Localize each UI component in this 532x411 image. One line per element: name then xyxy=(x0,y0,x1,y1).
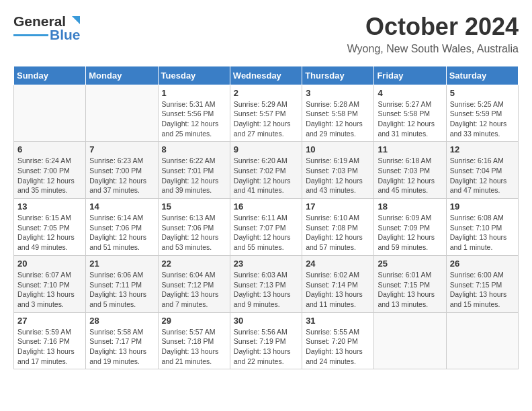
day-detail: Sunrise: 6:18 AM Sunset: 7:03 PM Dayligh… xyxy=(378,156,442,195)
logo-icon xyxy=(66,13,81,28)
day-detail: Sunrise: 5:55 AM Sunset: 7:20 PM Dayligh… xyxy=(306,327,370,367)
day-detail: Sunrise: 6:23 AM Sunset: 7:00 PM Dayligh… xyxy=(89,156,154,195)
day-detail: Sunrise: 6:11 AM Sunset: 7:07 PM Dayligh… xyxy=(234,213,298,253)
day-number: 22 xyxy=(162,259,226,269)
weekday-header-tuesday: Tuesday xyxy=(158,66,230,85)
day-detail: Sunrise: 6:13 AM Sunset: 7:06 PM Dayligh… xyxy=(162,213,226,253)
day-number: 26 xyxy=(450,259,515,269)
day-detail: Sunrise: 6:10 AM Sunset: 7:08 PM Dayligh… xyxy=(306,213,370,253)
day-number: 1 xyxy=(162,88,226,98)
calendar-cell xyxy=(14,85,86,142)
day-detail: Sunrise: 5:29 AM Sunset: 5:57 PM Dayligh… xyxy=(234,99,298,139)
calendar-cell: 27Sunrise: 5:59 AM Sunset: 7:16 PM Dayli… xyxy=(14,312,86,369)
day-detail: Sunrise: 5:58 AM Sunset: 7:17 PM Dayligh… xyxy=(89,327,154,367)
day-number: 21 xyxy=(89,259,154,269)
day-number: 9 xyxy=(234,144,298,154)
day-number: 10 xyxy=(306,144,370,154)
calendar-cell: 29Sunrise: 5:57 AM Sunset: 7:18 PM Dayli… xyxy=(158,312,230,369)
calendar-cell xyxy=(374,312,446,369)
weekday-header-friday: Friday xyxy=(374,66,446,85)
calendar-table: SundayMondayTuesdayWednesdayThursdayFrid… xyxy=(13,66,519,370)
day-number: 27 xyxy=(17,316,82,326)
day-detail: Sunrise: 5:31 AM Sunset: 5:56 PM Dayligh… xyxy=(162,99,226,139)
day-detail: Sunrise: 6:09 AM Sunset: 7:09 PM Dayligh… xyxy=(378,213,442,253)
calendar-cell: 30Sunrise: 5:56 AM Sunset: 7:19 PM Dayli… xyxy=(230,312,302,369)
day-number: 31 xyxy=(306,316,370,326)
calendar-cell: 2Sunrise: 5:29 AM Sunset: 5:57 PM Daylig… xyxy=(230,85,302,142)
calendar-cell: 6Sunrise: 6:24 AM Sunset: 7:00 PM Daylig… xyxy=(14,142,86,199)
calendar-cell: 7Sunrise: 6:23 AM Sunset: 7:00 PM Daylig… xyxy=(86,142,158,199)
calendar-cell: 4Sunrise: 5:27 AM Sunset: 5:58 PM Daylig… xyxy=(374,85,446,142)
calendar-cell: 13Sunrise: 6:15 AM Sunset: 7:05 PM Dayli… xyxy=(14,199,86,256)
day-number: 28 xyxy=(89,316,154,326)
day-detail: Sunrise: 6:07 AM Sunset: 7:10 PM Dayligh… xyxy=(17,270,82,310)
day-detail: Sunrise: 6:15 AM Sunset: 7:05 PM Dayligh… xyxy=(17,213,82,253)
calendar-cell: 9Sunrise: 6:20 AM Sunset: 7:02 PM Daylig… xyxy=(230,142,302,199)
day-detail: Sunrise: 5:27 AM Sunset: 5:58 PM Dayligh… xyxy=(378,99,442,139)
day-number: 24 xyxy=(306,259,370,269)
logo-blue: Blue xyxy=(50,27,81,43)
calendar-cell xyxy=(86,85,158,142)
day-detail: Sunrise: 5:56 AM Sunset: 7:19 PM Dayligh… xyxy=(234,327,298,367)
calendar-cell: 20Sunrise: 6:07 AM Sunset: 7:10 PM Dayli… xyxy=(14,255,86,312)
day-number: 11 xyxy=(378,144,442,154)
day-number: 17 xyxy=(306,201,370,212)
day-number: 8 xyxy=(162,144,226,154)
calendar-cell: 12Sunrise: 6:16 AM Sunset: 7:04 PM Dayli… xyxy=(446,142,518,199)
day-number: 13 xyxy=(17,201,82,212)
calendar-cell: 5Sunrise: 5:25 AM Sunset: 5:59 PM Daylig… xyxy=(446,85,518,142)
day-detail: Sunrise: 6:01 AM Sunset: 7:15 PM Dayligh… xyxy=(378,270,442,310)
calendar-cell: 18Sunrise: 6:09 AM Sunset: 7:09 PM Dayli… xyxy=(374,199,446,256)
day-number: 29 xyxy=(162,316,226,326)
day-detail: Sunrise: 5:28 AM Sunset: 5:58 PM Dayligh… xyxy=(306,99,370,139)
day-number: 19 xyxy=(450,201,515,212)
calendar-cell: 10Sunrise: 6:19 AM Sunset: 7:03 PM Dayli… xyxy=(302,142,374,199)
calendar-cell: 16Sunrise: 6:11 AM Sunset: 7:07 PM Dayli… xyxy=(230,199,302,256)
title-block: October 2024 Wyong, New South Wales, Aus… xyxy=(347,13,519,55)
day-number: 5 xyxy=(450,88,515,98)
day-detail: Sunrise: 6:24 AM Sunset: 7:00 PM Dayligh… xyxy=(17,156,82,195)
day-detail: Sunrise: 5:57 AM Sunset: 7:18 PM Dayligh… xyxy=(162,327,226,367)
calendar-cell: 26Sunrise: 6:00 AM Sunset: 7:15 PM Dayli… xyxy=(446,255,518,312)
day-detail: Sunrise: 6:00 AM Sunset: 7:15 PM Dayligh… xyxy=(450,270,515,310)
day-number: 12 xyxy=(450,144,515,154)
day-number: 3 xyxy=(306,88,370,98)
calendar-title: October 2024 xyxy=(347,13,519,40)
calendar-cell xyxy=(446,312,518,369)
calendar-header: SundayMondayTuesdayWednesdayThursdayFrid… xyxy=(14,66,519,85)
day-number: 23 xyxy=(234,259,298,269)
day-detail: Sunrise: 6:14 AM Sunset: 7:06 PM Dayligh… xyxy=(89,213,154,253)
day-detail: Sunrise: 5:25 AM Sunset: 5:59 PM Dayligh… xyxy=(450,99,515,139)
calendar-cell: 8Sunrise: 6:22 AM Sunset: 7:01 PM Daylig… xyxy=(158,142,230,199)
day-number: 20 xyxy=(17,259,82,269)
calendar-cell: 17Sunrise: 6:10 AM Sunset: 7:08 PM Dayli… xyxy=(302,199,374,256)
day-number: 18 xyxy=(378,201,442,212)
calendar-subtitle: Wyong, New South Wales, Australia xyxy=(347,43,519,55)
calendar-cell: 19Sunrise: 6:08 AM Sunset: 7:10 PM Dayli… xyxy=(446,199,518,256)
day-number: 4 xyxy=(378,88,442,98)
day-number: 25 xyxy=(378,259,442,269)
day-detail: Sunrise: 6:22 AM Sunset: 7:01 PM Dayligh… xyxy=(162,156,226,195)
day-number: 30 xyxy=(234,316,298,326)
calendar-cell: 1Sunrise: 5:31 AM Sunset: 5:56 PM Daylig… xyxy=(158,85,230,142)
day-detail: Sunrise: 6:02 AM Sunset: 7:14 PM Dayligh… xyxy=(306,270,370,310)
weekday-header-thursday: Thursday xyxy=(302,66,374,85)
calendar-cell: 24Sunrise: 6:02 AM Sunset: 7:14 PM Dayli… xyxy=(302,255,374,312)
calendar-cell: 22Sunrise: 6:04 AM Sunset: 7:12 PM Dayli… xyxy=(158,255,230,312)
day-number: 7 xyxy=(89,144,154,154)
calendar-cell: 14Sunrise: 6:14 AM Sunset: 7:06 PM Dayli… xyxy=(86,199,158,256)
svg-marker-0 xyxy=(72,16,80,24)
day-detail: Sunrise: 6:08 AM Sunset: 7:10 PM Dayligh… xyxy=(450,213,515,253)
day-number: 16 xyxy=(234,201,298,212)
calendar-cell: 31Sunrise: 5:55 AM Sunset: 7:20 PM Dayli… xyxy=(302,312,374,369)
calendar-cell: 15Sunrise: 6:13 AM Sunset: 7:06 PM Dayli… xyxy=(158,199,230,256)
weekday-header-sunday: Sunday xyxy=(14,66,86,85)
weekday-header-monday: Monday xyxy=(86,66,158,85)
weekday-header-wednesday: Wednesday xyxy=(230,66,302,85)
day-number: 15 xyxy=(162,201,226,212)
page-header: General Blue October 2024 Wyong, New Sou… xyxy=(13,13,519,55)
day-number: 14 xyxy=(89,201,154,212)
day-number: 2 xyxy=(234,88,298,98)
logo: General Blue xyxy=(13,13,81,43)
day-detail: Sunrise: 6:06 AM Sunset: 7:11 PM Dayligh… xyxy=(89,270,154,310)
